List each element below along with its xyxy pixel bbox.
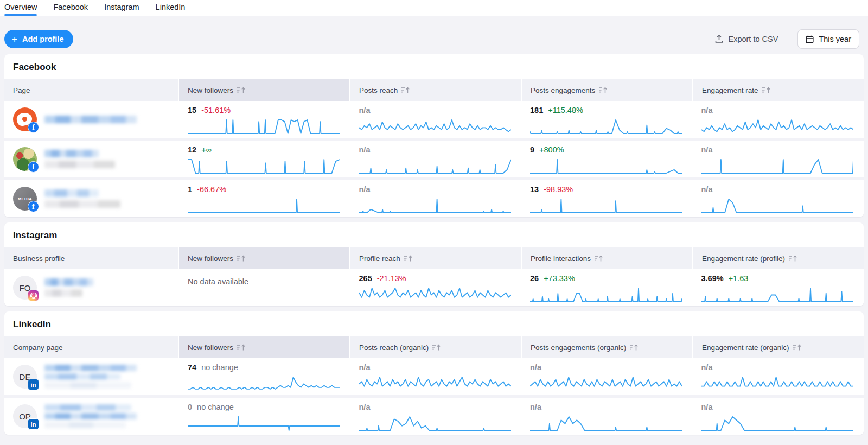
sparkline-chart: [701, 415, 853, 431]
sort-icon: [401, 86, 410, 94]
facebook-section-card: Facebook Page New followers Posts reach …: [4, 54, 864, 217]
metric-value: n/a: [359, 145, 371, 154]
export-csv-button[interactable]: Export to CSV: [712, 34, 781, 44]
avatar: DE in: [13, 365, 37, 389]
sparkline-chart: [701, 198, 853, 214]
profile-cell[interactable]: MEDIA f: [4, 180, 179, 217]
sparkline-chart: [188, 415, 340, 431]
table-row: DE in 74no change n/a n/a n/a: [4, 358, 864, 395]
metric-cell-new-followers: 0no change: [179, 398, 350, 435]
metric-value: n/a: [701, 403, 713, 411]
sparkline-chart: [188, 118, 340, 135]
metric-value: n/a: [530, 363, 541, 372]
profile-cell[interactable]: DE in: [4, 358, 179, 395]
date-range-button[interactable]: This year: [797, 29, 859, 49]
metric-cell-engagement-rate: 3.69%+1.63: [693, 269, 864, 306]
profile-cell[interactable]: f: [4, 101, 179, 138]
metric-delta: +800%: [539, 145, 564, 154]
metric-value: 3.69%: [701, 274, 724, 283]
metric-cell-engagement-rate: n/a: [693, 358, 864, 395]
instagram-badge-icon: [28, 290, 39, 301]
sparkline-chart: [530, 118, 682, 135]
metric-cell-posts-engagements: 9+800%: [521, 141, 693, 177]
avatar: f: [13, 107, 37, 131]
page-name-redacted: [44, 404, 137, 428]
calendar-icon: [806, 35, 814, 43]
metric-value: n/a: [701, 185, 713, 194]
table-row: f 15-51.61% n/a 181+115.48% n/a: [4, 101, 864, 138]
facebook-badge-icon: f: [28, 122, 39, 133]
sparkline-chart: [701, 376, 853, 392]
column-header-engagement-rate[interactable]: Engagement rate: [693, 79, 864, 101]
export-label: Export to CSV: [728, 35, 778, 43]
metric-value: 181: [530, 106, 543, 115]
metric-cell-new-followers: 1-66.67%: [179, 180, 350, 217]
table-row: MEDIA f 1-66.67% n/a 13-98.93% n/a: [4, 177, 864, 217]
metric-cell-profile-reach: 265-21.13%: [350, 269, 522, 306]
sort-icon: [789, 255, 797, 262]
instagram-table-header: Business profile New followers Profile r…: [4, 247, 864, 269]
instagram-section-card: Instagram Business profile New followers…: [4, 223, 864, 306]
profile-cell[interactable]: FO: [4, 269, 179, 306]
metric-cell-posts-engagements: 181+115.48%: [521, 101, 693, 138]
metric-value: 26: [530, 274, 539, 283]
metric-value: 9: [530, 145, 534, 154]
metric-cell-posts-engagements: n/a: [521, 358, 693, 395]
column-header-business-profile: Business profile: [4, 247, 179, 269]
metric-value: 12: [188, 145, 196, 154]
column-header-profile-reach[interactable]: Profile reach: [350, 247, 522, 269]
sparkline-chart: [530, 158, 682, 174]
add-profile-button[interactable]: + Add profile: [4, 30, 73, 48]
metric-cell-profile-interactions: 26+73.33%: [521, 269, 693, 306]
sparkline-chart: [188, 198, 340, 214]
tab-instagram[interactable]: Instagram: [104, 3, 139, 16]
metric-value: n/a: [359, 403, 371, 411]
column-header-posts-reach-organic[interactable]: Posts reach (organic): [350, 336, 522, 358]
sparkline-chart: [359, 376, 511, 392]
sort-asc-icon: [237, 255, 245, 262]
metric-value: n/a: [359, 185, 371, 194]
sparkline-chart: [701, 158, 853, 174]
profile-cell[interactable]: f: [4, 141, 179, 177]
metric-cell-new-followers: 15-51.61%: [179, 101, 350, 138]
tab-linkedin[interactable]: LinkedIn: [156, 3, 186, 16]
table-row: f 12+∞ n/a 9+800% n/a: [4, 138, 864, 177]
column-header-posts-reach[interactable]: Posts reach: [350, 79, 522, 101]
metric-value: 0: [188, 403, 192, 411]
column-header-new-followers[interactable]: New followers: [179, 336, 350, 358]
avatar: OP in: [13, 404, 37, 428]
section-title-linkedin: LinkedIn: [4, 312, 864, 336]
column-header-engagement-rate-profile[interactable]: Engagement rate (profile): [693, 247, 864, 269]
facebook-table-header: Page New followers Posts reach Posts eng…: [4, 79, 864, 101]
metric-value: 1: [188, 185, 192, 194]
metric-value: n/a: [359, 363, 371, 372]
column-header-engagement-rate-organic[interactable]: Engagement rate (organic): [693, 336, 864, 358]
column-header-new-followers[interactable]: New followers: [179, 79, 350, 101]
metric-cell-new-followers: No data available: [179, 269, 350, 306]
toolbar-right: Export to CSV This year: [712, 29, 859, 49]
metric-cell-posts-reach: n/a: [350, 398, 522, 435]
linkedin-table-header: Company page New followers Posts reach (…: [4, 336, 864, 358]
metric-delta: no change: [201, 363, 238, 372]
column-header-new-followers[interactable]: New followers: [179, 247, 350, 269]
section-title-facebook: Facebook: [4, 54, 864, 79]
sparkline-chart: [359, 287, 511, 303]
tab-facebook[interactable]: Facebook: [53, 3, 88, 16]
facebook-badge-icon: f: [28, 201, 39, 212]
metric-value: 265: [359, 274, 372, 283]
column-header-posts-engagements[interactable]: Posts engagements: [522, 79, 693, 101]
metric-delta: +73.33%: [544, 274, 575, 283]
sparkline-chart: [530, 287, 682, 303]
profile-cell[interactable]: OP in: [4, 398, 179, 435]
sparkline-chart: [530, 415, 682, 431]
column-header-profile-interactions[interactable]: Profile interactions: [522, 247, 693, 269]
column-header-posts-engagements-organic[interactable]: Posts engagements (organic): [522, 336, 693, 358]
metric-cell-new-followers: 74no change: [179, 358, 350, 395]
sort-icon: [595, 255, 603, 262]
metric-cell-posts-engagements: n/a: [521, 398, 693, 435]
sort-icon: [793, 344, 801, 351]
sparkline-chart: [359, 198, 511, 214]
tab-overview[interactable]: Overview: [4, 3, 37, 16]
export-icon: [715, 35, 723, 43]
sparkline-chart: [188, 158, 340, 174]
